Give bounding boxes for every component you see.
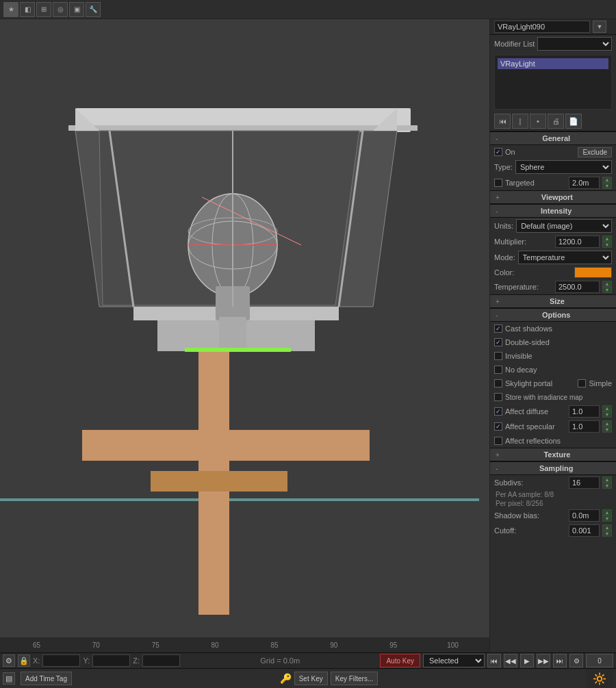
z-input[interactable]: [142, 654, 180, 667]
prev-frame-button[interactable]: ◀◀: [504, 654, 517, 667]
options-toggle[interactable]: -: [496, 311, 498, 319]
cast-shadows-checkbox[interactable]: [494, 324, 502, 333]
viewport[interactable]: 65 70 75 80 85 90 95 100: [0, 19, 489, 652]
timeline-70: 70: [66, 641, 126, 649]
subdivs-spin-up[interactable]: ▲: [602, 476, 612, 483]
viewport-toggle[interactable]: +: [496, 194, 500, 201]
page-icon[interactable]: 📄: [565, 114, 582, 129]
shadow-bias-spinner[interactable]: ▲ ▼: [602, 509, 612, 522]
texture-toggle[interactable]: +: [496, 451, 500, 459]
y-input[interactable]: [92, 654, 130, 667]
cutoff-input[interactable]: [569, 524, 600, 537]
targeted-spinner[interactable]: ▲ ▼: [602, 177, 612, 189]
simple-checkbox[interactable]: [578, 379, 586, 387]
no-decay-checkbox[interactable]: [494, 366, 502, 374]
multiplier-spinner[interactable]: ▲ ▼: [602, 235, 612, 248]
auto-key-button[interactable]: Auto Key: [380, 654, 420, 667]
wrench-icon[interactable]: 🔧: [86, 2, 101, 17]
on-checkbox[interactable]: [494, 148, 502, 156]
x-input[interactable]: [42, 654, 80, 667]
go-end-button[interactable]: ⏭: [553, 654, 567, 667]
subdivs-spin-down[interactable]: ▼: [602, 483, 612, 489]
frame-display[interactable]: 0: [586, 654, 613, 667]
key-filters-button[interactable]: Key Filters...: [331, 672, 378, 685]
targeted-value-input[interactable]: [569, 177, 600, 189]
exclude-button[interactable]: Exclude: [578, 147, 612, 157]
units-dropdown[interactable]: Default (image): [516, 219, 612, 233]
vray-logo: 🔆: [586, 669, 613, 688]
shadow-bias-spin-up[interactable]: ▲: [602, 509, 612, 515]
temperature-spin-up[interactable]: ▲: [602, 281, 612, 287]
type-dropdown[interactable]: Sphere: [515, 160, 612, 174]
bottom-icon-1[interactable]: ⚙: [3, 654, 15, 667]
targeted-spin-up[interactable]: ▲: [602, 177, 612, 183]
size-toggle[interactable]: +: [496, 298, 500, 305]
modifier-dropdown[interactable]: [537, 37, 612, 51]
color-swatch[interactable]: [574, 267, 612, 278]
multiplier-spin-up[interactable]: ▲: [602, 235, 612, 242]
affect-specular-spin-up[interactable]: ▲: [602, 420, 612, 426]
square-icon[interactable]: ▣: [69, 2, 84, 17]
shadow-bias-input[interactable]: [569, 509, 600, 522]
object-name-input[interactable]: [494, 21, 590, 33]
affect-diffuse-spin-up[interactable]: ▲: [602, 405, 612, 411]
next-frame-button[interactable]: ▶▶: [537, 654, 550, 667]
bottom-bar: ⚙ 🔒 X: Y: Z: Grid = 0.0m Auto Key Select…: [0, 652, 616, 688]
grid-icon[interactable]: ⊞: [36, 2, 51, 17]
affect-specular-spin-down[interactable]: ▼: [602, 426, 612, 433]
dot-icon[interactable]: •: [530, 114, 546, 129]
star-icon[interactable]: ★: [3, 2, 18, 17]
affect-diffuse-spin-down[interactable]: ▼: [602, 411, 612, 418]
subdivs-input[interactable]: [569, 476, 600, 489]
double-sided-row: Double-sided: [490, 335, 616, 349]
right-panel: ▼ Modifier List VRayLight ⏮ | • 🖨 📄 -: [489, 19, 616, 652]
store-irradiance-checkbox[interactable]: [494, 393, 502, 401]
sampling-toggle[interactable]: -: [496, 465, 498, 472]
cutoff-spin-up[interactable]: ▲: [602, 524, 612, 531]
pin-stack-icon[interactable]: ⏮: [494, 114, 511, 129]
cutoff-spin-down[interactable]: ▼: [602, 531, 612, 537]
invisible-checkbox[interactable]: [494, 352, 502, 360]
bottom-icon-2[interactable]: 🔒: [18, 654, 30, 667]
bar-icon[interactable]: |: [512, 114, 528, 129]
skylight-checkbox[interactable]: [494, 379, 502, 387]
shadow-bias-spin-down[interactable]: ▼: [602, 515, 612, 522]
add-time-tag-button[interactable]: Add Time Tag: [21, 672, 72, 685]
temperature-input[interactable]: [555, 281, 600, 293]
selected-dropdown[interactable]: Selected: [423, 654, 485, 667]
skylight-label: Skylight portal: [505, 379, 552, 387]
timeline-ruler: 65 70 75 80 85 90 95 100: [0, 637, 489, 652]
subdivs-spinner[interactable]: ▲ ▼: [602, 476, 612, 489]
temperature-spinner[interactable]: ▲ ▼: [602, 281, 612, 293]
select-icon[interactable]: ◧: [20, 2, 35, 17]
printer-icon[interactable]: 🖨: [548, 114, 564, 129]
multiplier-input[interactable]: [555, 235, 600, 248]
object-options-button[interactable]: ▼: [593, 21, 606, 33]
affect-diffuse-spinner[interactable]: ▲ ▼: [602, 405, 612, 418]
affect-reflections-checkbox[interactable]: [494, 437, 502, 445]
general-toggle[interactable]: -: [496, 135, 498, 142]
play-button[interactable]: ▶: [520, 654, 534, 667]
circle-icon[interactable]: ◎: [53, 2, 68, 17]
timeline-90: 90: [304, 641, 363, 649]
vraylight-modifier-item[interactable]: VRayLight: [498, 58, 608, 69]
bottom-row2-icon[interactable]: ▤: [3, 672, 15, 685]
affect-specular-input[interactable]: [569, 420, 600, 433]
go-start-button[interactable]: ⏮: [487, 654, 501, 667]
timeline-85: 85: [245, 641, 305, 649]
affect-diffuse-input[interactable]: [569, 405, 600, 418]
double-sided-checkbox[interactable]: [494, 338, 502, 346]
temperature-spin-down[interactable]: ▼: [602, 287, 612, 293]
y-label: Y:: [83, 657, 90, 665]
targeted-checkbox[interactable]: [494, 179, 502, 187]
cutoff-spinner[interactable]: ▲ ▼: [602, 524, 612, 537]
mode-dropdown[interactable]: Temperature: [518, 251, 612, 264]
affect-specular-spinner[interactable]: ▲ ▼: [602, 420, 612, 433]
affect-specular-checkbox[interactable]: [494, 422, 502, 431]
set-key-button[interactable]: Set Key: [294, 672, 328, 685]
targeted-spin-down[interactable]: ▼: [602, 183, 612, 189]
affect-diffuse-checkbox[interactable]: [494, 407, 502, 416]
options-button[interactable]: ⚙: [569, 654, 583, 667]
intensity-toggle[interactable]: -: [496, 207, 498, 215]
multiplier-spin-down[interactable]: ▼: [602, 242, 612, 248]
